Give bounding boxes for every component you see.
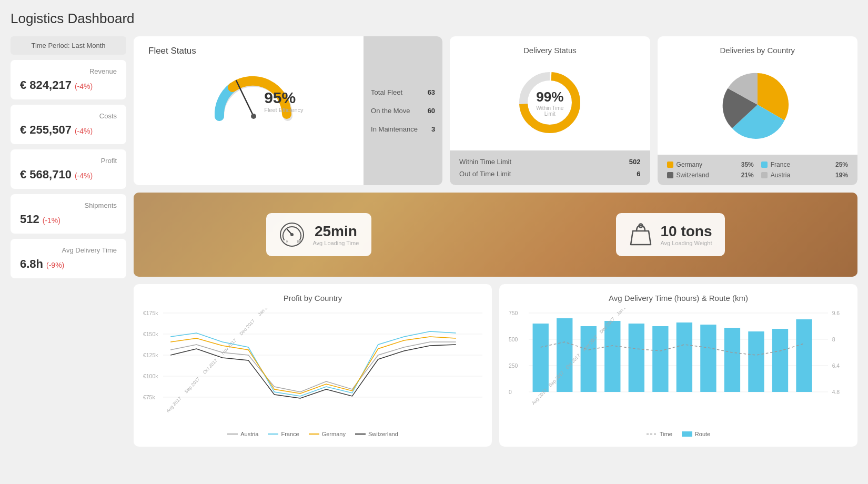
banner-loading-weight: 10 tons Avg Loading Weight <box>616 213 724 256</box>
avg-delivery-chart-title: Avg Delivery Time (hours) & Route (km) <box>509 294 848 302</box>
svg-text:Aug 2017: Aug 2017 <box>165 396 183 414</box>
svg-text:750: 750 <box>509 310 518 316</box>
svg-text:€125k: €125k <box>143 352 158 358</box>
kpi-avg-delivery-label: Avg Delivery Time <box>20 246 117 254</box>
svg-text:Jan 2018: Jan 2018 <box>257 308 274 317</box>
svg-text:0: 0 <box>509 389 512 395</box>
germany-line-sample <box>309 433 319 435</box>
legend-france-line: France <box>268 431 299 437</box>
delivery-status-title: Delivery Status <box>459 46 640 55</box>
kpi-profit: Profit € 568,710(-4%) <box>11 149 126 189</box>
legend-france-dot <box>761 162 768 168</box>
kpi-avg-delivery: Avg Delivery Time 6.8h(-9%) <box>11 239 126 278</box>
profit-chart-legend: Austria France Germany Switzerland <box>143 431 482 437</box>
deliveries-country-card: Deliveries by Country <box>658 36 857 185</box>
profit-chart-title: Profit by Country <box>143 294 482 302</box>
legend-germany: Germany 35% <box>667 161 754 168</box>
route-bar-sample <box>682 431 692 437</box>
bottom-row: Profit by Country €175k €150k €125k €100… <box>134 284 857 447</box>
fleet-stat-move-value: 60 <box>428 107 435 115</box>
pie-section <box>667 62 848 147</box>
sidebar: Time Period: Last Month Revenue € 824,21… <box>11 36 126 447</box>
loading-time-label: Avg Loading Time <box>312 240 359 246</box>
fleet-stat-move-label: On the Move <box>371 107 410 115</box>
avg-delivery-card: Avg Delivery Time (hours) & Route (km) 7… <box>499 284 857 447</box>
delivery-within-value: 502 <box>629 158 641 166</box>
profit-by-country-card: Profit by Country €175k €150k €125k €100… <box>134 284 492 447</box>
content-area: Fleet Status <box>134 36 857 447</box>
legend-switzerland-pct: 21% <box>741 172 754 179</box>
country-legend: Germany 35% France 25% Switzerland 21% <box>658 155 857 185</box>
delivery-within-label: Within Time Limit <box>459 158 511 166</box>
svg-point-7 <box>290 233 294 236</box>
svg-rect-50 <box>652 326 668 392</box>
kpi-shipments-change: (-1%) <box>43 216 60 225</box>
svg-rect-48 <box>604 321 620 392</box>
svg-point-1 <box>251 114 256 119</box>
kpi-profit-value: € 568,710 <box>20 168 72 181</box>
kpi-costs-change: (-4%) <box>75 127 93 135</box>
legend-switzerland-label: Switzerland <box>677 172 709 179</box>
svg-text:100: 100 <box>297 240 301 243</box>
svg-text:€75k: €75k <box>143 394 155 400</box>
legend-switzerland: Switzerland 21% <box>667 172 754 179</box>
legend-switzerland-line-label: Switzerland <box>368 431 398 437</box>
legend-france-line-label: France <box>281 431 299 437</box>
svg-text:4.8: 4.8 <box>832 389 840 395</box>
delivery-out-value: 6 <box>637 170 640 178</box>
kpi-costs-value: € 255,507 <box>20 123 72 136</box>
fleet-stat-maintenance: In Maintenance 3 <box>371 125 435 133</box>
legend-switzerland-line: Switzerland <box>355 431 398 437</box>
avg-delivery-legend: Time Route <box>509 431 848 437</box>
kpi-costs-label: Costs <box>20 112 117 120</box>
fleet-stat-total-value: 63 <box>428 88 435 96</box>
fleet-efficiency-label: Fleet Efficiency <box>264 107 303 113</box>
fleet-stat-total-label: Total Fleet <box>371 88 402 96</box>
svg-rect-56 <box>796 319 812 392</box>
svg-rect-54 <box>748 331 764 392</box>
time-line-sample <box>647 431 657 437</box>
delivery-donut-section: 99% Within Time Limit <box>459 62 640 143</box>
svg-text:Jan 2018: Jan 2018 <box>615 308 632 317</box>
banner-card: 0 100 25min Avg Loading Time <box>134 193 857 277</box>
svg-text:Sep 2017: Sep 2017 <box>184 376 201 395</box>
legend-france: France 25% <box>761 161 848 168</box>
svg-rect-53 <box>724 328 740 392</box>
svg-rect-49 <box>629 324 644 392</box>
svg-text:500: 500 <box>509 336 518 342</box>
svg-text:Dec 2017: Dec 2017 <box>238 318 256 337</box>
svg-rect-52 <box>700 325 716 392</box>
time-period: Time Period: Last Month <box>11 36 126 55</box>
kpi-avg-delivery-value: 6.8h <box>20 257 43 270</box>
austria-line-sample <box>227 433 238 435</box>
legend-austria-dot <box>761 172 768 178</box>
legend-austria-pct: 19% <box>835 172 848 179</box>
kpi-revenue-value: € 824,217 <box>20 78 72 92</box>
legend-austria-line: Austria <box>227 431 258 437</box>
deliveries-country-title: Deliveries by Country <box>667 46 848 55</box>
kpi-shipments: Shipments 512(-1%) <box>11 194 126 234</box>
kpi-shipments-label: Shipments <box>20 201 117 209</box>
kpi-revenue-label: Revenue <box>20 67 117 75</box>
legend-germany-line: Germany <box>309 431 346 437</box>
delivery-stat-out: Out of Time Limit 6 <box>459 170 640 178</box>
fleet-stat-total: Total Fleet 63 <box>371 88 435 96</box>
legend-switzerland-dot <box>667 172 673 178</box>
avg-delivery-chart-area: 750 500 250 0 9.6 8 6.4 4.8 <box>509 308 848 426</box>
delivery-stats: Within Time Limit 502 Out of Time Limit … <box>450 150 650 185</box>
loading-weight-label: Avg Loading Weight <box>660 240 712 246</box>
svg-text:8: 8 <box>832 336 835 342</box>
legend-austria: Austria 19% <box>761 172 848 179</box>
delivery-status-card: Delivery Status 99% Wit <box>450 36 650 185</box>
switzerland-line-sample <box>355 433 366 435</box>
fleet-efficiency-value: 95% <box>264 89 303 107</box>
svg-rect-51 <box>677 322 692 392</box>
kpi-profit-label: Profit <box>20 157 117 165</box>
speedometer-icon: 0 100 <box>279 221 305 248</box>
svg-text:6.4: 6.4 <box>832 362 840 369</box>
profit-chart-area: €175k €150k €125k €100k €75k Aug <box>143 308 482 426</box>
kpi-avg-delivery-change: (-9%) <box>46 261 64 269</box>
legend-france-label: France <box>771 161 790 168</box>
delivery-stat-within: Within Time Limit 502 <box>459 158 640 166</box>
main-layout: Time Period: Last Month Revenue € 824,21… <box>11 36 857 447</box>
